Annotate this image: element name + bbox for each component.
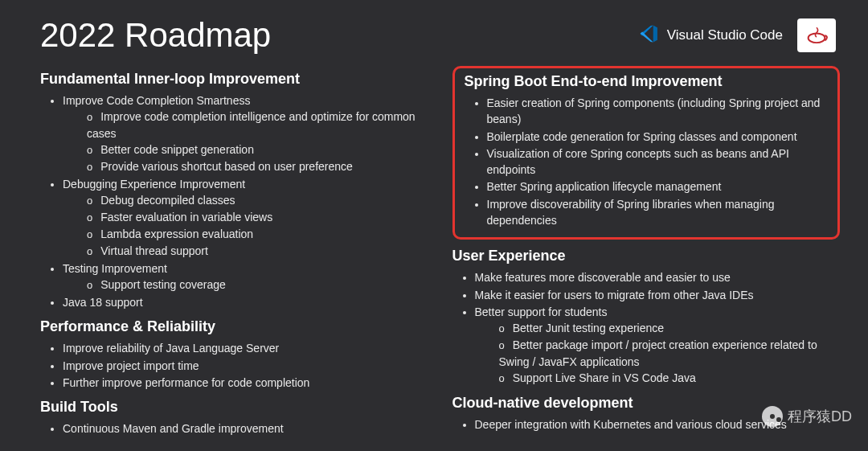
java-icon xyxy=(797,18,836,52)
list-item: Testing Improvement Support testing cove… xyxy=(63,260,428,293)
list-item: Boilerplate code generation for Spring c… xyxy=(487,129,829,145)
list-item: Better code snippet generation xyxy=(87,141,428,158)
section-title-performance: Performance & Reliability xyxy=(40,318,428,335)
highlight-box-spring: Spring Boot End-to-end Improvement Easie… xyxy=(452,66,841,240)
list-item: Make features more discoverable and easi… xyxy=(475,269,841,285)
list-item: Improve reliability of Java Language Ser… xyxy=(63,340,428,356)
watermark-text: 程序猿DD xyxy=(788,407,852,426)
page-title: 2022 Roadmap xyxy=(40,16,271,55)
list-item: Java 18 support xyxy=(63,294,428,310)
list-item: Visualization of core Spring concepts su… xyxy=(487,146,829,178)
list-item: Virtual thread support xyxy=(87,243,428,260)
left-column: Fundamental Inner-loop Improvement Impro… xyxy=(40,63,428,437)
list-item: Support testing coverage xyxy=(87,277,428,293)
list-item: Improve project import time xyxy=(63,358,428,374)
section-title-fundamental: Fundamental Inner-loop Improvement xyxy=(40,71,428,88)
list-item: Improve code completion intelligence and… xyxy=(87,109,428,141)
list-item: Debug decompiled classes xyxy=(87,192,428,209)
vscode-label: Visual Studio Code xyxy=(667,27,783,43)
list-item: Improve discoverability of Spring librar… xyxy=(487,196,829,229)
list-item: Better package import / project creation… xyxy=(499,337,841,370)
list-item: Improve Code Completion Smartness Improv… xyxy=(63,92,428,175)
section-title-build-tools: Build Tools xyxy=(40,399,428,416)
section-title-ux: User Experience xyxy=(452,248,841,264)
list-item: Easier creation of Spring components (in… xyxy=(487,95,829,128)
list-item: Debugging Experience Improvement Debug d… xyxy=(63,176,428,260)
list-item: Continuous Maven and Gradle improvement xyxy=(63,420,428,437)
watermark: 程序猿DD xyxy=(762,406,852,427)
list-item: Better Spring application lifecycle mana… xyxy=(487,178,829,195)
list-item: Make it easier for users to migrate from… xyxy=(475,287,841,303)
right-column: Spring Boot End-to-end Improvement Easie… xyxy=(452,63,841,437)
list-item: Provide various shortcut based on user p… xyxy=(87,158,428,175)
list-item: Better support for students Better Junit… xyxy=(475,304,841,387)
list-item: Support Live Share in VS Code Java xyxy=(499,370,841,387)
vscode-icon xyxy=(638,23,659,47)
list-item: Lambda expression evaluation xyxy=(87,226,428,243)
wechat-icon xyxy=(762,406,783,427)
list-item: Further improve performance for code com… xyxy=(63,375,428,391)
list-item: Faster evaluation in variable views xyxy=(87,209,428,226)
section-title-spring: Spring Boot End-to-end Improvement xyxy=(465,73,829,90)
svg-point-0 xyxy=(809,33,825,43)
list-item: Better Junit testing experience xyxy=(499,320,841,337)
brand-area: Visual Studio Code xyxy=(638,18,836,52)
